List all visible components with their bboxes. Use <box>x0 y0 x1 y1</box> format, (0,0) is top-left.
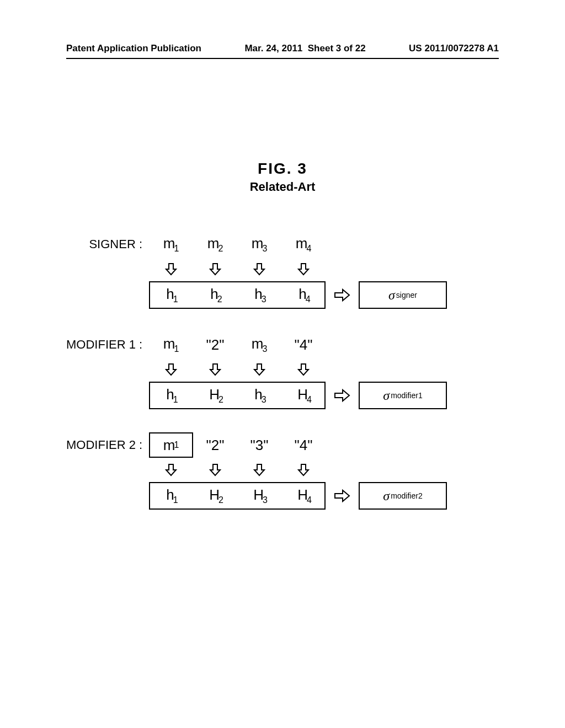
figure-title-block: FIG. 3 Related-Art <box>0 160 565 194</box>
arrow-down-icon <box>281 362 326 377</box>
m4: m4 <box>281 235 326 254</box>
header-left: Patent Application Publication <box>66 43 201 54</box>
mod1-q4: "4" <box>281 336 326 354</box>
arrow-down-icon <box>149 262 193 276</box>
signer-arrows <box>66 259 502 279</box>
arrow-right-icon <box>326 288 359 302</box>
modifier2-group: MODIFIER 2 : m1 "2" "3" "4" h1 H2 H3 H4 … <box>66 432 502 510</box>
arrow-down-icon <box>281 262 326 276</box>
sigma-signer: σsigner <box>359 281 447 309</box>
m1: m1 <box>149 235 193 254</box>
arrow-down-icon <box>237 362 281 377</box>
mod2-q4: "4" <box>281 437 326 454</box>
mod1-H4: H4 <box>282 386 327 405</box>
mod1-h1: h1 <box>150 386 194 405</box>
arrow-down-icon <box>149 463 193 477</box>
m3: m3 <box>237 235 281 254</box>
arrow-down-icon <box>237 262 281 276</box>
figure-number: FIG. 3 <box>0 160 565 178</box>
sigma-mod1: σmodifier1 <box>359 382 447 409</box>
mod2-H2: H2 <box>194 486 238 505</box>
figure-subtitle: Related-Art <box>0 180 565 194</box>
signer-label: SIGNER : <box>66 237 149 251</box>
mod1-hash-row: h1 H2 h3 H4 σmodifier1 <box>66 382 502 409</box>
h2: h2 <box>194 286 238 304</box>
h1: h1 <box>150 286 194 304</box>
arrow-down-icon <box>193 362 237 377</box>
mod2-arrows <box>66 460 502 480</box>
mod1-m1: m1 <box>149 335 193 354</box>
mod1-h3: h3 <box>238 386 282 405</box>
mod2-hash-row: h1 H2 H3 H4 σmodifier2 <box>66 482 502 510</box>
arrow-down-icon <box>281 463 326 477</box>
modifier1-group: MODIFIER 1 : m1 "2" m3 "4" h1 H2 h3 H4 σ… <box>66 332 502 409</box>
mod2-m1-box: m1 <box>149 432 193 458</box>
mod1-m3: m3 <box>237 335 281 354</box>
mod1-hash-box: h1 H2 h3 H4 <box>149 382 326 409</box>
arrow-down-icon <box>193 463 237 477</box>
mod2-q2: "2" <box>193 437 237 454</box>
mod2-H3: H3 <box>238 486 282 505</box>
mod2-H4: H4 <box>282 486 327 505</box>
arrow-down-icon <box>193 262 237 276</box>
mod2-q3: "3" <box>237 437 281 454</box>
signer-hash-row: h1 h2 h3 h4 σsigner <box>66 281 502 309</box>
signer-m-row: SIGNER : m1 m2 m3 m4 <box>66 232 502 257</box>
mod2-m-row: MODIFIER 2 : m1 "2" "3" "4" <box>66 432 502 458</box>
arrow-right-icon <box>326 388 359 403</box>
mod1-label: MODIFIER 1 : <box>66 338 149 352</box>
signer-group: SIGNER : m1 m2 m3 m4 h1 h2 h3 h4 σsigner <box>66 232 502 309</box>
arrow-right-icon <box>326 489 359 503</box>
h4: h4 <box>282 286 327 304</box>
mod2-label: MODIFIER 2 : <box>66 438 149 452</box>
arrow-down-icon <box>237 463 281 477</box>
mod1-arrows <box>66 360 502 379</box>
page-header: Patent Application Publication Mar. 24, … <box>0 43 565 54</box>
mod1-m-row: MODIFIER 1 : m1 "2" m3 "4" <box>66 332 502 357</box>
header-center: Mar. 24, 2011 Sheet 3 of 22 <box>244 43 365 54</box>
m2: m2 <box>193 235 237 254</box>
mod1-q2: "2" <box>193 336 237 354</box>
header-rule <box>66 58 499 59</box>
mod2-hash-box: h1 H2 H3 H4 <box>149 482 326 510</box>
arrow-down-icon <box>149 362 193 377</box>
signer-hash-box: h1 h2 h3 h4 <box>149 281 326 309</box>
mod1-H2: H2 <box>194 386 238 405</box>
mod2-h1: h1 <box>150 486 194 505</box>
sigma-mod2: σmodifier2 <box>359 482 447 510</box>
diagram: SIGNER : m1 m2 m3 m4 h1 h2 h3 h4 σsigner <box>66 232 502 533</box>
header-right: US 2011/0072278 A1 <box>409 43 499 54</box>
h3: h3 <box>238 286 282 304</box>
